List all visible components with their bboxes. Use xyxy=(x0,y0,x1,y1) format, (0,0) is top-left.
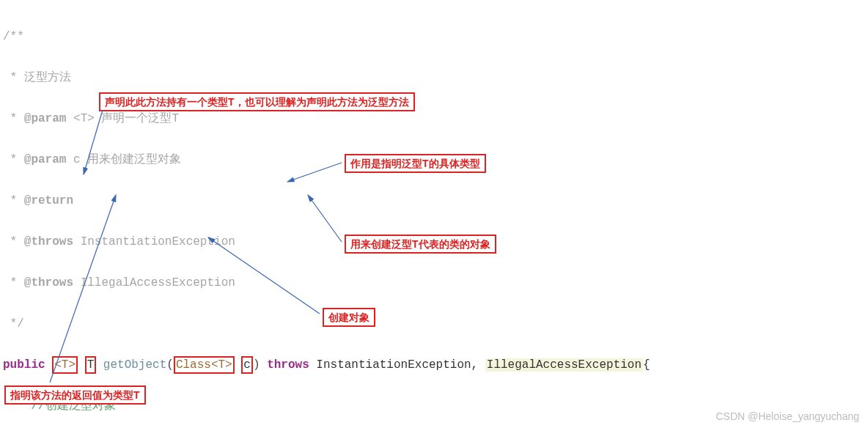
jdoc-text: 泛型方法 xyxy=(24,71,71,84)
kw-throws: throws xyxy=(267,358,309,372)
code-block: /** * 泛型方法 * @param <T> 声明一个泛型T * @param… xyxy=(0,0,868,428)
annotation-generic-decl: 声明此此方法持有一个类型T，也可以理解为声明此方法为泛型方法 xyxy=(99,92,415,111)
open-paren: ( xyxy=(166,358,174,372)
jdoc-tag-throws: @throws xyxy=(24,276,73,289)
exception: IllegalAccessException xyxy=(485,358,643,372)
jdoc-star: * xyxy=(3,71,24,84)
jdoc-tag-throws: @throws xyxy=(24,235,73,248)
open-brace: { xyxy=(643,358,650,372)
watermark: CSDN @Heloise_yangyuchang xyxy=(716,410,859,422)
generic-declaration-box: <T> xyxy=(52,356,78,374)
param-name-box: c xyxy=(241,356,253,374)
jdoc-star: * xyxy=(3,276,24,289)
jdoc-text: c 用来创建泛型对象 xyxy=(66,153,181,166)
annotation-c-param: 用来创建泛型T代表的类的对象 xyxy=(345,235,496,254)
annotation-newinstance: 创建对象 xyxy=(323,308,375,327)
jdoc-tag-param: @param xyxy=(24,112,67,125)
jdoc-text: IllegalAccessException xyxy=(73,276,235,289)
jdoc-tag-return: @return xyxy=(24,194,73,207)
annotation-return-type: 指明该方法的返回值为类型T xyxy=(4,385,146,405)
jdoc-star: * xyxy=(3,153,24,166)
close-paren: ) xyxy=(253,358,260,372)
param-type-box: Class<T> xyxy=(174,356,235,374)
jdoc-text: InstantiationException xyxy=(73,235,235,248)
jdoc-close: */ xyxy=(3,317,24,331)
jdoc-star: * xyxy=(3,194,24,207)
jdoc-star: * xyxy=(3,235,24,248)
method-name: getObject xyxy=(96,358,166,372)
jdoc-tag-param: @param xyxy=(24,153,67,166)
jdoc-open: /** xyxy=(3,30,24,43)
jdoc-text: <T> 声明一个泛型T xyxy=(66,112,179,125)
jdoc-star: * xyxy=(3,112,24,125)
kw-public: public xyxy=(3,358,45,372)
exception: InstantiationException, xyxy=(309,358,485,372)
annotation-class-param: 作用是指明泛型T的具体类型 xyxy=(345,154,486,173)
return-type-box: T xyxy=(85,356,97,374)
